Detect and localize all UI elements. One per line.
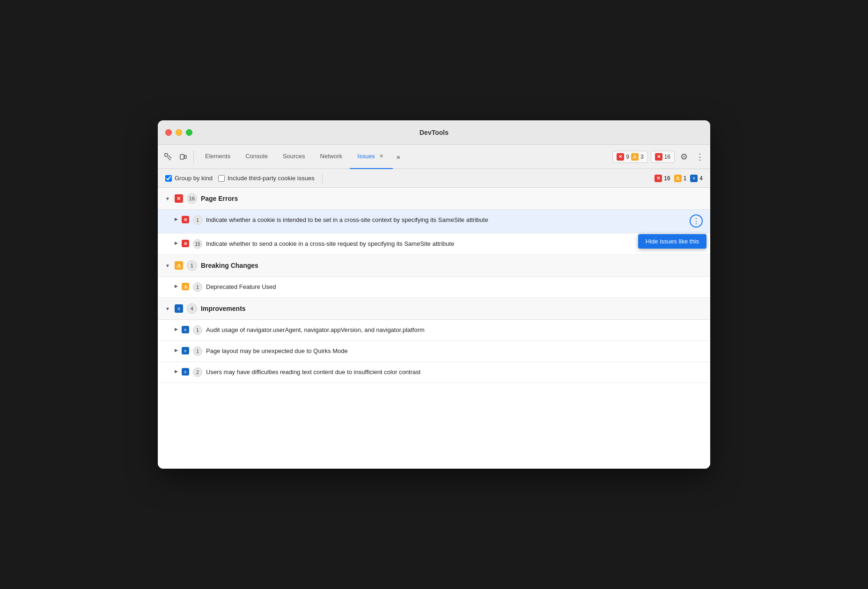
improvements-title: Improvements: [201, 305, 246, 312]
svg-rect-1: [180, 155, 184, 159]
chevron-down-icon: ▼: [165, 263, 170, 268]
filter-badges: ✕ 16 ⚠ 1 ≡ 4: [655, 175, 703, 182]
breaking-changes-icon: ⚠: [175, 261, 183, 270]
chevron-right-icon: ▶: [175, 369, 178, 374]
issue-count-15: 15: [193, 239, 202, 249]
traffic-lights: [165, 129, 192, 136]
issue-count-1b: 1: [193, 282, 202, 292]
chevron-right-icon: ▶: [175, 284, 178, 288]
svg-rect-0: [165, 154, 168, 156]
more-options-button[interactable]: ⋮: [693, 150, 706, 163]
filter-bar-divider: [322, 174, 323, 183]
issue-text-navigator-useragent: Audit usage of navigator.userAgent, navi…: [206, 325, 703, 335]
section-improvements[interactable]: ▼ ≡ 4 Improvements: [158, 298, 710, 320]
chevron-right-icon: ▶: [175, 217, 178, 221]
tab-nav: Elements Console Sources Network Issues …: [198, 145, 611, 169]
issue-text-cookie-samesite-2: Indicate whether to send a cookie in a c…: [206, 239, 703, 249]
section-breaking-changes[interactable]: ▼ ⚠ 1 Breaking Changes: [158, 255, 710, 277]
tab-network[interactable]: Network: [313, 145, 350, 169]
close-button[interactable]: [165, 129, 172, 136]
chevron-right-icon: ▶: [175, 327, 178, 331]
issue-text-quirks-mode: Page layout may be unexpected due to Qui…: [206, 346, 703, 356]
device-toolbar-button[interactable]: [177, 150, 190, 163]
issue-text-color-contrast: Users may have difficulties reading text…: [206, 368, 703, 377]
more-tabs-button[interactable]: »: [393, 153, 404, 161]
issue-error-icon: ✕: [182, 216, 189, 223]
issue-text-cookie-samesite-1: Indicate whether a cookie is intended to…: [206, 215, 686, 225]
page-errors-icon: ✕: [175, 194, 183, 203]
third-party-cookies-label[interactable]: Include third-party cookie issues: [218, 175, 315, 182]
issue-row-cookie-samesite-1[interactable]: ▶ ✕ 1 Indicate whether a cookie is inten…: [158, 210, 710, 234]
toolbar: Elements Console Sources Network Issues …: [158, 145, 710, 169]
issue-count-1c: 1: [193, 325, 202, 335]
filter-bar: Group by kind Include third-party cookie…: [158, 169, 710, 188]
warning-icon: ⚠: [631, 153, 639, 161]
issues-error-icon: ✕: [655, 153, 662, 161]
issue-text-deprecated-feature: Deprecated Feature Used: [206, 282, 703, 292]
error-icon: ✕: [617, 153, 624, 161]
chevron-down-icon: ▼: [165, 196, 170, 201]
issue-error-icon: ✕: [182, 240, 189, 247]
maximize-button[interactable]: [186, 129, 192, 136]
chevron-down-icon: ▼: [165, 306, 170, 311]
tab-elements[interactable]: Elements: [198, 145, 238, 169]
context-menu: Hide issues like this: [638, 234, 706, 249]
issues-count-badge[interactable]: ✕ 16: [651, 151, 675, 163]
issue-count-1d: 1: [193, 346, 202, 356]
main-content: ▼ ✕ 16 Page Errors ▶ ✕ 1 Indicate whethe…: [158, 188, 710, 469]
issue-row-cookie-samesite-2[interactable]: ▶ ✕ 15 Indicate whether to send a cookie…: [158, 234, 710, 255]
issue-row-color-contrast[interactable]: ▶ ≡ 2 Users may have difficulties readin…: [158, 362, 710, 383]
minimize-button[interactable]: [176, 129, 182, 136]
error-warning-badge[interactable]: ✕ 9 ⚠ 3: [612, 151, 647, 163]
issue-count-2: 2: [193, 368, 202, 377]
devtools-window: DevTools Elements Console: [158, 120, 710, 469]
tab-issues[interactable]: Issues ✕: [350, 145, 393, 169]
issue-row-navigator-useragent[interactable]: ▶ ≡ 1 Audit usage of navigator.userAgent…: [158, 320, 710, 341]
filter-error-badge: ✕ 16: [655, 175, 670, 182]
issue-info-icon: ≡: [182, 326, 189, 333]
breaking-changes-count: 1: [187, 260, 197, 271]
breaking-changes-title: Breaking Changes: [201, 262, 258, 269]
filter-error-icon: ✕: [655, 175, 662, 182]
page-errors-title: Page Errors: [201, 195, 238, 202]
issue-row-deprecated-feature[interactable]: ▶ ⚠ 1 Deprecated Feature Used: [158, 277, 710, 298]
svg-rect-2: [184, 155, 186, 158]
title-bar: DevTools: [158, 120, 710, 145]
tab-console[interactable]: Console: [238, 145, 275, 169]
group-by-kind-label[interactable]: Group by kind: [165, 175, 213, 182]
improvements-count: 4: [187, 303, 197, 314]
chevron-right-icon: ▶: [175, 348, 178, 353]
issue-warning-icon: ⚠: [182, 283, 189, 290]
page-errors-count: 16: [187, 193, 197, 204]
issue-row-quirks-mode[interactable]: ▶ ≡ 1 Page layout may be unexpected due …: [158, 341, 710, 362]
close-issues-tab[interactable]: ✕: [378, 153, 385, 160]
third-party-cookies-checkbox[interactable]: [218, 175, 225, 182]
filter-info-icon: ≡: [690, 175, 698, 182]
window-title: DevTools: [419, 129, 449, 136]
toolbar-divider: [193, 150, 194, 163]
filter-warning-icon: ⚠: [674, 175, 682, 182]
toolbar-right: ✕ 9 ⚠ 3 ✕ 16 ⚙ ⋮: [612, 150, 706, 163]
issue-count-1: 1: [193, 215, 202, 225]
issue-info-icon: ≡: [182, 347, 189, 354]
section-page-errors[interactable]: ▼ ✕ 16 Page Errors: [158, 188, 710, 210]
filter-info-badge: ≡ 4: [690, 175, 703, 182]
improvements-icon: ≡: [175, 304, 183, 313]
filter-warning-badge: ⚠ 1: [674, 175, 687, 182]
settings-button[interactable]: ⚙: [677, 150, 691, 163]
inspect-element-button[interactable]: [162, 150, 175, 163]
chevron-right-icon: ▶: [175, 241, 178, 245]
group-by-kind-checkbox[interactable]: [165, 175, 172, 182]
more-actions-button[interactable]: ⋮: [690, 214, 703, 228]
tab-sources[interactable]: Sources: [275, 145, 313, 169]
issue-info-icon: ≡: [182, 368, 189, 375]
